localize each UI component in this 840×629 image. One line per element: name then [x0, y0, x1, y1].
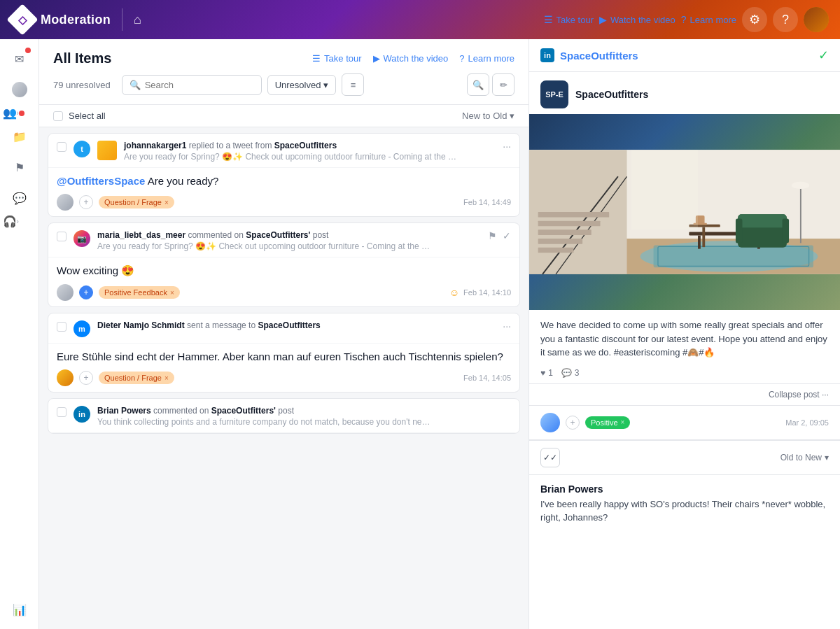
add-tag-button[interactable]: +	[79, 195, 93, 209]
play-icon: ▶	[599, 14, 607, 25]
comment-timestamp: Mar 2, 09:05	[785, 418, 829, 427]
sort-dropdown[interactable]: Old to New ▾	[780, 453, 829, 462]
logo-icon: ◇	[18, 13, 27, 27]
tag-close-button[interactable]: ×	[164, 374, 169, 382]
add-tag-button[interactable]: +	[79, 371, 93, 385]
sidebar-item-user[interactable]	[6, 76, 34, 104]
info-panel-icon: ?	[459, 53, 464, 64]
filter-dropdown[interactable]: Unresolved ▾	[267, 75, 337, 95]
flag-action-button[interactable]: ⚑	[488, 230, 497, 241]
watch-video-link[interactable]: ▶ Watch the video	[599, 14, 676, 25]
post-image	[529, 114, 840, 310]
more-button[interactable]: ···	[503, 320, 511, 332]
item-author: johannakarger1	[124, 141, 186, 150]
item-text: Wow exciting 😍	[57, 264, 511, 277]
sidebar-headset-group[interactable]: 🎧 ›	[3, 215, 36, 228]
post-caption: We have decided to come up with some rea…	[529, 310, 840, 368]
tour-panel-icon: ☰	[312, 53, 321, 64]
sidebar-item-inbox[interactable]: ✉	[6, 45, 34, 73]
brian-section: Brian Powers I've been really happy with…	[529, 474, 840, 533]
sort-label[interactable]: New to Old ▾	[462, 111, 514, 121]
avatar	[57, 369, 74, 386]
sidebar-item-chat[interactable]: 💬	[6, 184, 34, 212]
compose-view-button[interactable]: ✏	[492, 73, 514, 96]
inbox-icon: ✉	[15, 52, 24, 66]
item-checkbox[interactable]	[57, 407, 66, 417]
checkmark-icon: ✓	[818, 48, 829, 63]
more-button[interactable]: ···	[503, 141, 511, 152]
page-title: All Items	[53, 50, 111, 66]
post-author: SP-E SpaceOutfitters	[529, 72, 840, 114]
svg-rect-25	[800, 185, 802, 243]
item-author: Brian Powers	[97, 406, 151, 416]
svg-point-26	[792, 182, 809, 189]
item-author: maria_liebt_das_meer	[97, 230, 186, 240]
item-actions: ···	[503, 320, 511, 332]
sidebar-item-flag[interactable]: ⚑	[6, 153, 34, 181]
svg-rect-10	[538, 212, 609, 218]
post-stats: ♥ 1 💬 3	[529, 368, 840, 383]
item-card: in Brian Powers commented on SpaceOutfit…	[48, 398, 520, 434]
check-action-button[interactable]: ✓	[503, 230, 511, 241]
take-tour-link[interactable]: ☰ Take tour	[544, 14, 594, 25]
select-all-checkbox[interactable]	[53, 111, 63, 121]
take-tour-panel-link[interactable]: ☰ Take tour	[312, 53, 361, 64]
item-checkbox[interactable]	[57, 322, 66, 332]
svg-rect-6	[538, 248, 574, 253]
search-box[interactable]: 🔍	[122, 75, 262, 95]
reply-checkbox[interactable]: ✓✓	[540, 448, 560, 467]
filter-icon-button[interactable]: ≡	[342, 73, 364, 96]
item-header: m Dieter Namjo Schmidt sent a message to…	[48, 313, 519, 344]
learn-more-link[interactable]: ? Learn more	[681, 14, 736, 25]
item-checkbox[interactable]	[57, 142, 66, 152]
positive-tag: Positive ×	[585, 416, 630, 429]
search-view-button[interactable]: 🔍	[467, 73, 489, 96]
search-input[interactable]	[145, 80, 254, 90]
sidebar-item-folder[interactable]: 📁	[6, 122, 34, 150]
item-meta: Brian Powers commented on SpaceOutfitter…	[97, 406, 511, 427]
tag-close-button[interactable]: ×	[621, 418, 625, 426]
sidebar-item-chart[interactable]: 📊	[6, 595, 34, 623]
question-tag: Question / Frage ×	[99, 196, 174, 209]
reply-box: ✓✓ Old to New ▾	[529, 440, 840, 474]
collapse-post-button[interactable]: Collapse post ···	[769, 390, 829, 400]
svg-rect-9	[538, 221, 601, 227]
svg-rect-22	[702, 227, 705, 248]
select-all-label: Select all	[69, 111, 106, 121]
item-text: Eure Stühle sind echt der Hammer. Aber k…	[57, 351, 511, 362]
item-checkbox[interactable]	[57, 232, 66, 241]
add-tag-button[interactable]: +	[79, 285, 93, 299]
headset-icon: 🎧	[3, 215, 17, 228]
so-header: in SpaceOutfitters ✓	[529, 39, 840, 72]
sidebar: ✉ 👥 › 📁 ⚑ 💬 🎧 › 📊	[0, 39, 39, 629]
settings-button[interactable]: ⚙	[742, 7, 767, 32]
tag-close-button[interactable]: ×	[164, 199, 169, 206]
linkedin-badge: in	[540, 48, 554, 62]
item-header: 📷 maria_liebt_das_meer commented on Spac…	[48, 223, 519, 257]
home-icon[interactable]: ⌂	[134, 13, 141, 27]
linkedin-icon: in	[74, 406, 90, 423]
post-content: SP-E SpaceOutfitters	[529, 72, 840, 629]
user-avatar[interactable]	[804, 7, 829, 32]
logo-diamond: ◇	[6, 3, 38, 35]
so-name: SpaceOutfitters	[560, 50, 638, 62]
question-tag: Question / Frage ×	[99, 372, 174, 384]
post-author-logo: SP-E	[540, 80, 568, 108]
items-list: t johannakarger1 replied to a tweet from…	[39, 127, 528, 629]
item-author: Dieter Namjo Schmidt	[97, 320, 185, 330]
item-actions: ···	[503, 141, 511, 152]
panel-header: All Items ☰ Take tour ▶ Watch the video …	[39, 39, 528, 105]
comment-avatar	[540, 413, 560, 432]
learn-more-panel-link[interactable]: ? Learn more	[459, 53, 514, 64]
add-comment-tag-button[interactable]: +	[566, 416, 580, 430]
sidebar-team-group[interactable]: 👥 ›	[3, 106, 36, 120]
select-all-left: Select all	[53, 111, 106, 121]
tag-close-button[interactable]: ×	[170, 289, 174, 297]
unresolved-count: 79 unresolved	[53, 80, 111, 90]
item-card: 📷 maria_liebt_das_meer commented on Spac…	[48, 222, 520, 307]
app-title: Moderation	[41, 13, 111, 27]
watch-video-panel-link[interactable]: ▶ Watch the video	[373, 53, 449, 64]
post-author-name: SpaceOutfitters	[575, 89, 648, 100]
help-button[interactable]: ?	[773, 7, 798, 32]
mention: @OutfittersSpace	[57, 175, 145, 187]
